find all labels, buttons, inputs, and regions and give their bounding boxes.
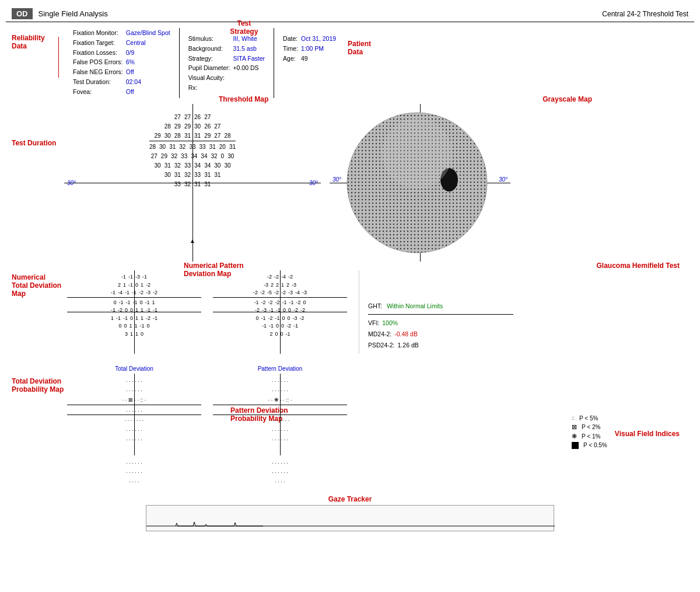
pd-extra-dots: · · · · · · · · · · · · · · · · bbox=[213, 458, 347, 487]
fovea-label: Fovea: bbox=[73, 87, 123, 97]
test-strategy-block: Test Strategy Stimulus: Background: Stra… bbox=[188, 28, 265, 98]
thresh-row-6: 3031323334343030 bbox=[149, 161, 236, 170]
threshold-map-label: Threshold Map bbox=[219, 95, 268, 103]
md-row: MD24-2: -0.48 dB bbox=[368, 329, 513, 340]
td-dots: · · · · · · · · · · · · · · ⊠ · · :: · ·… bbox=[67, 377, 201, 455]
test-duration-label: Test Duration: bbox=[73, 77, 123, 87]
grayscale-map-annotation: Grayscale Map bbox=[542, 95, 592, 103]
gaze-tracker-label: Gaze Tracker bbox=[328, 495, 372, 503]
pattern-dev-numbers: -2-2-4-2 -32212-3 -2-2-5-2-2-3-4-3 -1-2-… bbox=[213, 270, 347, 354]
num-total-dev-annotation: NumericalTotal DeviationMap bbox=[12, 273, 61, 298]
patient-data-label: PatientData bbox=[348, 40, 371, 56]
page-container: OD Single Field Analysis Central 24-2 Th… bbox=[0, 0, 700, 592]
false-neg-value: Off bbox=[126, 67, 170, 77]
separator-2 bbox=[274, 28, 274, 98]
gaze-tracker-svg bbox=[146, 506, 555, 532]
legend-label-1: P < 1% bbox=[582, 433, 600, 440]
td-prob-label: Total DeviationProbability Map bbox=[12, 377, 64, 393]
threshold-map-annotation: Threshold Map bbox=[219, 95, 268, 103]
vfi-value: 100% bbox=[382, 318, 398, 329]
gaze-tracker-section: Gaze Tracker bbox=[15, 495, 685, 531]
false-pos-value: 6% bbox=[126, 57, 170, 67]
maps-row: Test Duration Threshold Map Grayscale Ma… bbox=[15, 104, 685, 262]
patient-data-annotation: PatientData bbox=[348, 40, 371, 56]
legend-item-05: P < 0.5% bbox=[572, 442, 682, 449]
vfi-annotation: Visual Field Indices bbox=[615, 430, 680, 438]
threshold-right-axis: 30° bbox=[309, 180, 318, 186]
test-name: Central 24-2 Threshold Test bbox=[602, 10, 688, 18]
legend-sym-05 bbox=[572, 442, 579, 449]
td-prob-annotation: Total DeviationProbability Map bbox=[12, 377, 64, 393]
od-badge: OD bbox=[12, 8, 33, 19]
test-duration-value: 02:04 bbox=[126, 77, 170, 87]
ght-annotation: Glaucoma Hemifield Test bbox=[597, 262, 680, 270]
td-extra-dots: · · · · · · · · · · · · · · · · bbox=[67, 458, 201, 487]
ght-value: Within Normal Limits bbox=[387, 302, 443, 309]
legend: :: P < 5% ⊠ P < 2% ❋ P < 1% P < 0.5% bbox=[569, 365, 685, 455]
legend-label-5: P < 5% bbox=[579, 415, 598, 422]
legend-item-5: :: P < 5% bbox=[572, 415, 682, 422]
grayscale-map-container: 30° 30° bbox=[330, 104, 510, 262]
grayscale-svg bbox=[332, 107, 502, 259]
age-label: Age: bbox=[283, 54, 298, 64]
vfi-row: VFI: 100% bbox=[368, 318, 513, 329]
strategy-labels: Stimulus: Background: Strategy: Pupil Di… bbox=[188, 34, 230, 93]
vfi-section: VFI: 100% MD24-2: -0.48 dB PSD24-2: 1.26… bbox=[368, 318, 513, 351]
reliability-label: ReliabilityData bbox=[12, 34, 45, 50]
ght-separator bbox=[368, 314, 513, 315]
fixation-monitor-value: Gaze/Blind Spot bbox=[126, 28, 170, 38]
threshold-numbers: 27272627 282929302627 2930283131292728 2… bbox=[149, 113, 236, 189]
date-value: Oct 31, 2019 bbox=[301, 34, 336, 44]
ght-annotation-label: Glaucoma Hemifield Test bbox=[597, 262, 680, 270]
header-left: OD Single Field Analysis bbox=[12, 8, 108, 19]
legend-label-05: P < 0.5% bbox=[583, 442, 607, 448]
fixation-labels: Fixation Monitor: Fixation Target: Fixat… bbox=[73, 28, 123, 97]
test-strategy-label: Test Strategy bbox=[230, 19, 258, 36]
thresh-row-2: 282929302627 bbox=[149, 122, 236, 131]
false-pos-label: False POS Errors: bbox=[73, 57, 123, 67]
threshold-map-container: 30° 30° ▲ 27272627 282929302627 29302831… bbox=[64, 104, 321, 262]
thresh-row-3: 2930283131292728 bbox=[149, 131, 236, 141]
test-duration-annotation: Test Duration bbox=[12, 139, 56, 147]
strategy-value: SITA Faster bbox=[233, 54, 265, 64]
background-value: 31.5 asb bbox=[233, 44, 265, 54]
lower-section: NumericalTotal DeviationMap Numerical Pa… bbox=[15, 270, 685, 354]
total-dev-numbers: -1-1-3-1 21-101-2 -1-4-1-1-2-3-2 0-1-1-1… bbox=[67, 270, 201, 354]
extra-dots-row: · · · · · · · · · · · · · · · · · · · · … bbox=[15, 458, 685, 487]
pd-v-axis bbox=[280, 270, 281, 354]
fixation-values: Gaze/Blind Spot Central 0/9 6% Off 02:04… bbox=[126, 28, 170, 97]
patient-labels: Date: Time: Age: bbox=[283, 34, 298, 63]
rx-label: Rx: bbox=[188, 83, 230, 93]
td-prob-title: Total Deviation bbox=[67, 365, 201, 372]
td-prob-map: Total Deviation · · · · · · · · · · · · … bbox=[67, 365, 201, 455]
legend-sym-5: :: bbox=[572, 415, 575, 421]
triangle-marker: ▲ bbox=[190, 238, 195, 244]
time-value: 1:00 PM bbox=[301, 44, 336, 54]
fixation-target-label: Fixation Target: bbox=[73, 38, 123, 48]
pd-prob-title: Pattern Deviation bbox=[213, 365, 347, 372]
analysis-type: Single Field Analysis bbox=[38, 9, 108, 18]
svg-point-8 bbox=[382, 119, 452, 189]
background-label: Background: bbox=[188, 44, 230, 54]
test-duration-label: Test Duration bbox=[12, 139, 56, 147]
legend-sym-1: ❋ bbox=[572, 433, 577, 440]
separator-1 bbox=[179, 28, 180, 98]
gaze-tracker-annotation: Gaze Tracker bbox=[15, 495, 685, 503]
prob-maps-row: Total DeviationProbability Map Pattern D… bbox=[15, 365, 685, 455]
ght-panel: GHT: Within Normal Limits VFI: 100% MD24… bbox=[359, 270, 522, 354]
vfi-label: VFI: bbox=[368, 318, 379, 329]
legend-label-2: P < 2% bbox=[582, 424, 600, 430]
td-v-axis bbox=[134, 270, 135, 354]
fixation-losses-label: Fixation Losses: bbox=[73, 48, 123, 58]
pd-dots: · · · · · · · · · · · · · · ❋ · · :: · ·… bbox=[213, 377, 347, 455]
strategy-values: III, White 31.5 asb SITA Faster +0.00 DS bbox=[233, 34, 265, 93]
td-prob-area: · · · · · · · · · · · · · · ⊠ · · :: · ·… bbox=[67, 374, 201, 455]
top-info-section: ReliabilityData Fixation Monitor: Fixati… bbox=[15, 28, 685, 98]
rx-value: +0.00 DS bbox=[233, 63, 265, 73]
legend-sym-2: ⊠ bbox=[572, 423, 577, 431]
thresh-row-7: 303132333131 bbox=[149, 170, 236, 180]
visual-acuity-label: Visual Acuity: bbox=[188, 73, 230, 83]
thresh-row-1: 27272627 bbox=[149, 113, 236, 122]
test-strategy-annotation: Test Strategy bbox=[223, 19, 265, 36]
fovea-value: Off bbox=[126, 87, 170, 97]
